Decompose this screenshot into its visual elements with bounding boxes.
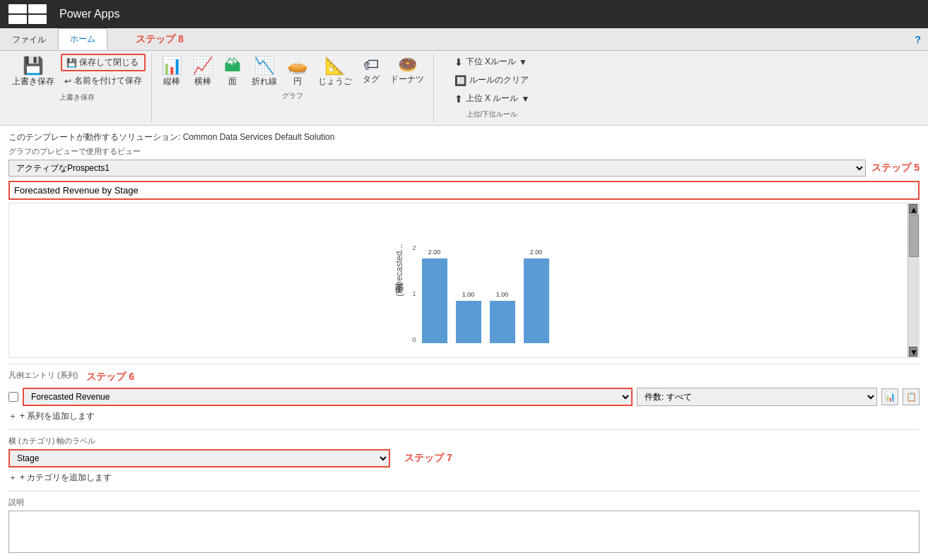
donut-button[interactable]: 🍩 ドーナツ	[387, 54, 428, 87]
help-button[interactable]: ?	[915, 34, 921, 45]
scroll-up-button[interactable]: ▲	[909, 204, 917, 214]
legend-header: 凡例エントリ (系列) ステップ 6	[8, 370, 920, 383]
app-title: Power Apps	[59, 8, 119, 20]
rules-group-label: 上位/下位ルール	[466, 109, 518, 119]
y-tick-0: 0	[397, 336, 416, 343]
category-select[interactable]: Stage	[8, 449, 390, 467]
area-button[interactable]: 🏔 面	[220, 54, 245, 88]
add-category-icon: ＋	[8, 472, 17, 484]
y-tick-2: 2	[397, 244, 416, 251]
table-icon-btn[interactable]: 📋	[903, 388, 920, 405]
legend-title: 凡例エントリ (系列)	[8, 370, 78, 381]
ribbon-group-graph: 📊 縦棒 📈 横棒 🏔 面 📉 折れ線 🥧 円	[155, 54, 434, 122]
donut-icon: 🍩	[398, 56, 417, 74]
solution-label: このテンプレートが動作するソリューション: Common Data Servic…	[8, 131, 920, 143]
category-label: 横 (カテゴリ) 軸のラベル	[8, 436, 920, 446]
y-axis-ticks: 0 1 2	[397, 244, 416, 343]
save-close-icon: 💾	[66, 58, 77, 68]
graph-buttons: 📊 縦棒 📈 横棒 🏔 面 📉 折れ線 🥧 円	[158, 54, 428, 88]
y-tick-1: 1	[397, 290, 416, 297]
graph-group-label: グラフ	[282, 91, 303, 101]
save-buttons: 💾 上書き保存 💾 保存して閉じる ↩ 名前を付けて保存	[8, 54, 146, 90]
main-content: このテンプレートが動作するソリューション: Common Data Servic…	[0, 126, 928, 560]
category-row: Stage ステップ 7	[8, 449, 920, 467]
top-x-icon: ⬇	[454, 56, 463, 68]
bar-1: 2.00	[422, 249, 447, 343]
add-series-icon: ＋	[8, 410, 17, 422]
description-section: 説明	[8, 497, 920, 555]
view-label: グラフのプレビューで使用するビュー	[8, 146, 920, 157]
series-count-select[interactable]: 件数: すべて	[637, 388, 877, 406]
description-textarea[interactable]	[8, 511, 920, 553]
add-series-link[interactable]: ＋ + 系列を追加します	[8, 410, 920, 422]
chart-scrollbar[interactable]: ▲ ▼	[908, 203, 919, 357]
horizontal-bar-button[interactable]: 📈 横棒	[189, 54, 217, 88]
top-x2-icon: ⬆	[454, 93, 463, 105]
line-button[interactable]: 📉 折れ線	[248, 54, 281, 88]
chart-inner: 予測売上 (Forecasted... 0 1 2 2.00 1.00 1.00	[375, 244, 553, 357]
clear-icon: 🔲	[454, 75, 466, 86]
area-icon: 🏔	[224, 56, 241, 76]
top-x2-button[interactable]: ⬆ 上位 X ルール ▼	[451, 90, 534, 107]
tag-icon: 🏷	[363, 56, 379, 74]
save-group-label: 上書き保存	[59, 93, 95, 102]
save-as-icon: ↩	[64, 76, 71, 86]
save-close-button[interactable]: 💾 保存して閉じる	[61, 54, 146, 71]
save-icon: 💾	[23, 56, 44, 76]
tab-file[interactable]: ファイル	[0, 29, 58, 50]
chart-title-input[interactable]	[8, 181, 920, 200]
ribbon-tabs-row: ファイル ホーム ステップ 8 ?	[0, 28, 928, 51]
description-label: 説明	[8, 497, 920, 508]
legend-section: 凡例エントリ (系列) ステップ 6 Forecasted Revenue 件数…	[8, 370, 920, 422]
funnel-icon: 📐	[324, 56, 346, 76]
series-row: Forecasted Revenue 件数: すべて 📊 📋	[8, 388, 920, 406]
scrollbar-thumb[interactable]	[909, 215, 919, 257]
tab-home[interactable]: ホーム	[58, 28, 107, 50]
bar-2: 1.00	[456, 291, 481, 343]
pie-button[interactable]: 🥧 円	[283, 54, 312, 88]
scroll-down-button[interactable]: ▼	[909, 347, 917, 357]
category-section: 横 (カテゴリ) 軸のラベル Stage ステップ 7 ＋ + カテゴリを追加し…	[8, 436, 920, 484]
top-bar: Power Apps	[0, 0, 928, 28]
step5-annotation: ステップ 5	[871, 162, 920, 174]
dropdown-arrow2-icon: ▼	[521, 94, 529, 104]
ribbon-content: 💾 上書き保存 💾 保存して閉じる ↩ 名前を付けて保存 上書き保存	[0, 51, 928, 125]
dropdown-arrow-icon: ▼	[519, 57, 527, 67]
series-select[interactable]: Forecasted Revenue	[23, 388, 633, 406]
series-checkbox[interactable]	[8, 392, 18, 402]
view-select-row: アクティブなProspects1 ステップ 5	[8, 160, 920, 177]
save-button[interactable]: 💾 上書き保存	[8, 54, 58, 90]
funnel-button[interactable]: 📐 じょうご	[315, 54, 356, 88]
bar-3: 1.00	[490, 291, 515, 343]
horizontal-bar-icon: 📈	[192, 56, 213, 76]
ribbon-group-rules: ⬇ 下位 Xルール ▼ 🔲 ルールのクリア ⬆ 上位 X ルール ▼ 上位/下位…	[437, 54, 550, 122]
bar-chart-icon: 📊	[885, 392, 895, 402]
step8-annotation: ステップ 8	[136, 33, 184, 46]
table-icon: 📋	[906, 392, 917, 402]
save-options: 💾 保存して閉じる ↩ 名前を付けて保存	[61, 54, 146, 89]
step7-annotation: ステップ 7	[404, 452, 452, 465]
add-category-link[interactable]: ＋ + カテゴリを追加します	[8, 472, 920, 484]
bar-4: 2.00	[524, 249, 549, 343]
divider-2	[8, 429, 920, 430]
view-select[interactable]: アクティブなProspects1	[8, 160, 866, 177]
vertical-bar-icon: 📊	[161, 56, 182, 76]
top-x-button[interactable]: ⬇ 下位 Xルール ▼	[451, 54, 534, 70]
ribbon-group-save: 💾 上書き保存 💾 保存して閉じる ↩ 名前を付けて保存 上書き保存	[6, 54, 152, 122]
divider-3	[8, 491, 920, 492]
step6-annotation: ステップ 6	[86, 371, 134, 383]
divider-1	[8, 364, 920, 364]
waffle-icon[interactable]	[8, 4, 47, 24]
rules-buttons: ⬇ 下位 Xルール ▼ 🔲 ルールのクリア ⬆ 上位 X ルール ▼	[451, 54, 534, 107]
tag-button[interactable]: 🏷 タグ	[358, 54, 384, 87]
save-as-button[interactable]: ↩ 名前を付けて保存	[61, 73, 146, 89]
line-icon: 📉	[254, 56, 275, 76]
bar-chart-icon-btn[interactable]: 📊	[881, 388, 898, 405]
pie-icon: 🥧	[287, 56, 308, 76]
chart-preview: 予測売上 (Forecasted... 0 1 2 2.00 1.00 1.00	[8, 203, 920, 358]
ribbon: ファイル ホーム ステップ 8 ? 💾 上書き保存 💾 保存して閉じる ↩	[0, 28, 928, 126]
clear-rules-button[interactable]: 🔲 ルールのクリア	[451, 72, 534, 88]
vertical-bar-button[interactable]: 📊 縦棒	[158, 54, 186, 88]
